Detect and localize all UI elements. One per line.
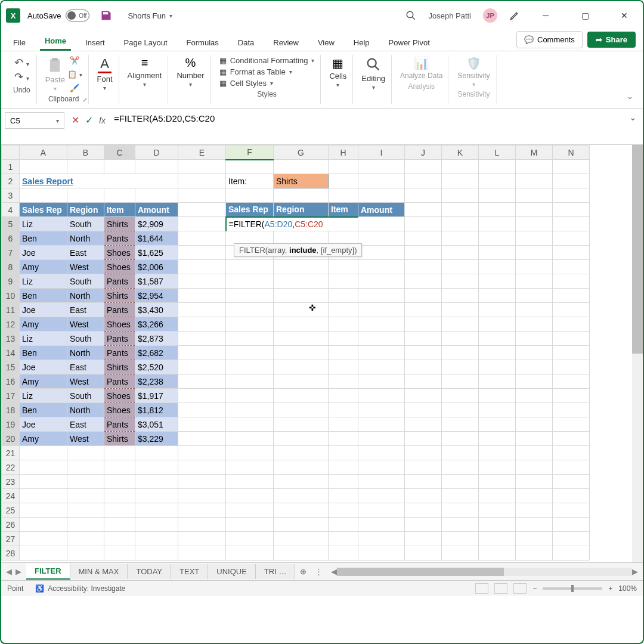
cell[interactable] [358,518,405,532]
cell[interactable] [553,317,590,332]
cell[interactable] [405,532,442,546]
cell[interactable] [226,260,274,274]
row-header[interactable]: 6 [2,231,20,246]
cell[interactable]: West [67,374,104,389]
row-header[interactable]: 12 [2,317,20,332]
cell[interactable] [516,317,553,332]
cell[interactable] [516,188,553,203]
cell[interactable] [442,546,479,561]
col-header[interactable]: H [329,145,358,160]
tab-formulas[interactable]: Formulas [182,35,224,51]
select-all[interactable] [2,145,20,160]
alignment-dropdown[interactable]: ≡ Alignment ▾ [128,56,162,88]
cell[interactable] [405,303,442,317]
cell[interactable] [329,346,358,360]
row-header[interactable]: 13 [2,332,20,346]
cell[interactable] [329,260,358,274]
cell[interactable] [329,188,358,203]
cell[interactable] [274,403,329,417]
cell[interactable] [274,475,329,489]
worksheet-grid[interactable]: A B C D E F G H I J K L M N 12Sales Repo… [1,145,643,562]
cell[interactable]: North [67,346,104,360]
cell[interactable] [405,231,442,246]
cell[interactable]: Ben [20,403,67,417]
cell[interactable] [442,332,479,346]
cell[interactable] [104,460,135,475]
cell[interactable] [274,317,329,332]
cell[interactable] [442,360,479,374]
cell[interactable] [442,174,479,188]
cell[interactable] [358,546,405,561]
avatar[interactable]: JP [483,8,497,23]
cell[interactable] [178,246,226,260]
cell[interactable]: South [67,389,104,403]
cell[interactable] [553,503,590,518]
cell[interactable] [553,274,590,289]
cell[interactable] [405,360,442,374]
cell[interactable]: Sales Rep [20,203,67,217]
cell[interactable]: Liz [20,389,67,403]
cell[interactable] [178,217,226,231]
cell[interactable] [226,489,274,503]
cell[interactable] [274,289,329,303]
cell[interactable] [553,346,590,360]
cell[interactable]: Sales Report [20,174,178,188]
col-header[interactable]: M [516,145,553,160]
cell[interactable] [405,518,442,532]
cell[interactable] [405,389,442,403]
row-header[interactable]: 7 [2,246,20,260]
cell[interactable] [104,160,135,174]
cell[interactable] [274,489,329,503]
cell[interactable] [516,332,553,346]
scroll-right-icon[interactable]: ▶ [632,567,638,576]
cell[interactable] [178,346,226,360]
cell[interactable] [358,160,405,174]
row-header[interactable]: 11 [2,303,20,317]
fx-icon[interactable]: fx [99,116,106,125]
cell[interactable]: Item [104,203,135,217]
cell[interactable] [553,546,590,561]
cell[interactable] [358,217,405,231]
cell[interactable]: $3,051 [135,417,178,432]
cell[interactable]: $1,587 [135,274,178,289]
cell[interactable] [358,174,405,188]
sheet-tab-text[interactable]: TEXT [171,564,208,579]
cell[interactable]: East [67,246,104,260]
cell[interactable] [329,303,358,317]
scroll-left-icon[interactable]: ◀ [331,567,337,576]
row-header[interactable]: 3 [2,188,20,203]
name-box[interactable]: C5 ▾ [5,112,64,129]
cell[interactable]: Shirts [104,360,135,374]
cell[interactable]: West [67,260,104,274]
tab-help[interactable]: Help [349,35,374,51]
cell[interactable] [178,303,226,317]
cell[interactable] [20,532,67,546]
cell[interactable]: $2,954 [135,289,178,303]
document-name[interactable]: Shorts Fun ▾ [128,11,172,20]
search-icon[interactable] [405,10,416,21]
cut-button[interactable]: ✂️ [70,56,79,65]
cell[interactable] [329,460,358,475]
cell[interactable] [405,203,442,217]
cell[interactable] [358,346,405,360]
cell[interactable] [329,374,358,389]
cell[interactable] [516,160,553,174]
cell[interactable] [104,188,135,203]
cell[interactable] [329,289,358,303]
cell[interactable]: East [67,417,104,432]
undo-button[interactable]: ↶ ▾ [14,56,29,69]
cell[interactable] [516,518,553,532]
cell[interactable] [553,475,590,489]
add-sheet-button[interactable]: ⊕ [295,567,311,576]
cell[interactable] [178,532,226,546]
cell[interactable]: $3,266 [135,317,178,332]
cell[interactable]: Pants [104,274,135,289]
cell[interactable] [479,432,516,446]
cell[interactable] [226,188,274,203]
cell[interactable]: Shirts [104,432,135,446]
cell[interactable] [178,460,226,475]
cell[interactable]: $2,873 [135,332,178,346]
scroll-thumb[interactable] [632,145,643,354]
cell[interactable] [479,346,516,360]
cell[interactable]: Sales Rep [226,203,274,217]
